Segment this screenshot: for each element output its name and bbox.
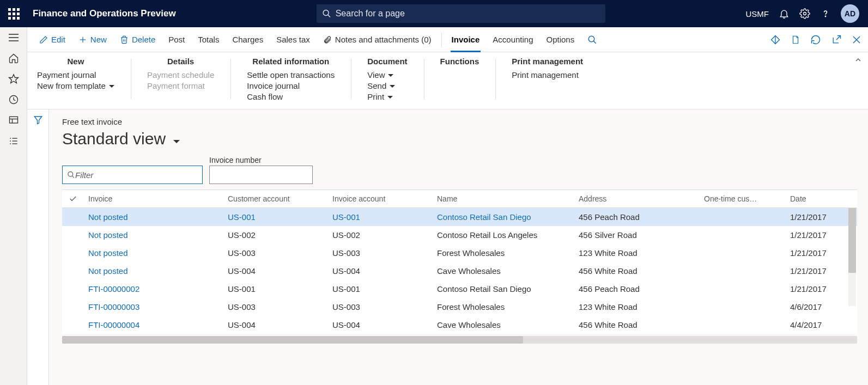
view-selector[interactable]: Standard view <box>62 130 857 148</box>
ribbon-collapse-icon[interactable] <box>854 56 863 64</box>
ribbon-item[interactable]: Payment journal <box>37 70 114 80</box>
global-search[interactable] <box>317 4 605 23</box>
divider <box>441 33 442 47</box>
cell: US-003 <box>223 248 328 258</box>
popout-icon[interactable] <box>831 34 842 45</box>
help-icon[interactable] <box>820 8 831 19</box>
table-row[interactable]: Not postedUS-004US-004Cave Wholesales456… <box>62 262 857 280</box>
col-invoice-account[interactable]: Invoice account <box>328 194 433 203</box>
invoice-number-input[interactable] <box>209 166 313 184</box>
data-grid: Invoice Customer account Invoice account… <box>62 190 857 380</box>
ribbon-group-title: Document <box>367 57 407 66</box>
col-onetime[interactable]: One-time cus… <box>700 194 786 203</box>
col-date[interactable]: Date <box>786 194 867 203</box>
col-invoice[interactable]: Invoice <box>84 194 223 203</box>
svg-point-20 <box>588 36 594 42</box>
action-bar: Edit New Delete Post Totals Charges Sale… <box>27 27 868 52</box>
cell[interactable]: FTI-00000003 <box>84 302 223 311</box>
refresh-icon[interactable] <box>810 34 821 45</box>
cell[interactable]: Contoso Retail San Diego <box>433 212 574 222</box>
gear-icon[interactable] <box>799 8 810 19</box>
edit-button[interactable]: Edit <box>34 33 71 46</box>
tab-invoice[interactable]: Invoice <box>446 33 485 46</box>
ribbon-item[interactable]: Invoice journal <box>247 81 335 90</box>
charges-label: Charges <box>232 35 263 44</box>
quick-filter[interactable] <box>62 166 203 184</box>
totals-label: Totals <box>198 35 219 44</box>
cell: Contoso Retail Los Angeles <box>433 230 574 240</box>
ribbon-group: DetailsPayment schedulePayment format <box>131 57 230 101</box>
workspace-icon[interactable] <box>8 114 20 126</box>
cell[interactable]: FTI-00000002 <box>84 284 223 294</box>
cell[interactable]: Not posted <box>84 230 223 240</box>
home-icon[interactable] <box>8 52 20 64</box>
cell[interactable]: US-001 <box>223 212 328 222</box>
hamburger-icon[interactable] <box>8 32 20 44</box>
tab-options[interactable]: Options <box>541 33 580 46</box>
office-icon[interactable] <box>791 34 800 45</box>
svg-line-26 <box>72 176 74 178</box>
ribbon-item[interactable]: Settle open transactions <box>247 70 335 80</box>
cell[interactable]: Not posted <box>84 212 223 222</box>
ribbon-group: DocumentViewSendPrint <box>351 57 423 101</box>
cell: US-003 <box>223 302 328 311</box>
cell[interactable]: Not posted <box>84 266 223 276</box>
table-row[interactable]: Not postedUS-001US-001Contoso Retail San… <box>62 208 857 226</box>
col-customer-account[interactable]: Customer account <box>223 194 328 203</box>
bell-icon[interactable] <box>779 8 790 19</box>
salestax-button[interactable]: Sales tax <box>271 33 315 46</box>
salestax-label: Sales tax <box>276 35 310 44</box>
ribbon-item[interactable]: Cash flow <box>247 92 335 101</box>
ribbon-group: NewPayment journalNew from template <box>37 57 131 101</box>
avatar[interactable]: AD <box>841 4 859 23</box>
table-row[interactable]: Not postedUS-002US-002Contoso Retail Los… <box>62 226 857 244</box>
find-button[interactable] <box>582 33 603 47</box>
svg-rect-9 <box>9 117 17 123</box>
table-row[interactable]: FTI-00000004US-004US-004Cave Wholesales4… <box>62 316 857 334</box>
svg-point-0 <box>323 10 329 16</box>
col-name[interactable]: Name <box>433 194 574 203</box>
search-icon <box>67 170 75 179</box>
new-button[interactable]: New <box>73 33 112 46</box>
personalize-icon[interactable] <box>770 34 781 45</box>
ribbon-group-title: Details <box>147 57 214 66</box>
delete-button[interactable]: Delete <box>114 33 161 46</box>
cell: 4/4/2017 <box>786 320 857 329</box>
charges-button[interactable]: Charges <box>227 33 269 46</box>
modules-icon[interactable] <box>8 135 20 147</box>
notes-button[interactable]: Notes and attachments (0) <box>318 33 437 46</box>
table-row[interactable]: FTI-00000003US-003US-003Forest Wholesale… <box>62 298 857 316</box>
table-row[interactable]: FTI-00000002US-001US-001Contoso Retail S… <box>62 280 857 298</box>
filter-pane-toggle[interactable] <box>27 109 49 385</box>
tab-invoice-label: Invoice <box>452 35 480 44</box>
ribbon-item: Payment format <box>147 81 214 90</box>
table-row[interactable]: Not postedUS-003US-003Forest Wholesales1… <box>62 244 857 262</box>
cell: US-001 <box>223 284 328 294</box>
ribbon-item[interactable]: Print <box>367 92 407 101</box>
col-address[interactable]: Address <box>574 194 700 203</box>
totals-button[interactable]: Totals <box>192 33 224 46</box>
cell[interactable]: US-001 <box>328 212 433 222</box>
ribbon-item[interactable]: Print management <box>512 70 583 80</box>
vertical-scrollbar[interactable] <box>848 208 856 306</box>
app-launcher-icon[interactable] <box>4 4 23 23</box>
tab-accounting[interactable]: Accounting <box>487 33 538 46</box>
ribbon-item[interactable]: New from template <box>37 81 114 90</box>
search-input[interactable] <box>336 9 600 19</box>
svg-point-3 <box>825 16 825 16</box>
cell[interactable]: Not posted <box>84 248 223 258</box>
star-icon[interactable] <box>8 73 20 85</box>
cell: 123 White Road <box>574 248 700 258</box>
ribbon-group: Print managementPrint management <box>495 57 599 101</box>
legal-entity[interactable]: USMF <box>745 9 769 19</box>
quick-filter-input[interactable] <box>75 170 198 180</box>
close-icon[interactable] <box>852 35 861 45</box>
post-button[interactable]: Post <box>163 33 190 46</box>
horizontal-scrollbar[interactable] <box>62 336 857 344</box>
ribbon-item[interactable]: Send <box>367 81 407 90</box>
cell[interactable]: FTI-00000004 <box>84 320 223 329</box>
select-all-checkbox[interactable] <box>62 194 84 203</box>
recent-icon[interactable] <box>8 94 20 106</box>
ribbon-group-title: Related information <box>247 57 335 66</box>
ribbon-item[interactable]: View <box>367 70 407 80</box>
